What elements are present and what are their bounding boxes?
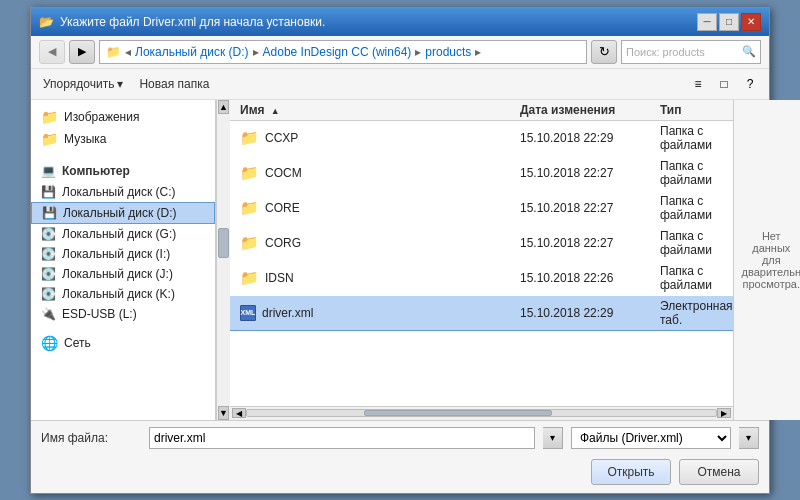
col-date-header[interactable]: Дата изменения [510, 103, 650, 117]
drive-j-icon: 💽 [41, 267, 56, 281]
drive-j-label: Локальный диск (J:) [62, 267, 173, 281]
table-row[interactable]: 📁 IDSN 15.10.2018 22:26 Папка с файлами [230, 261, 733, 296]
title-bar: 📂 Укажите файл Driver.xml для начала уст… [31, 8, 769, 36]
file-name-cocm: 📁 COCM [230, 164, 510, 182]
drive-d-icon: 💾 [42, 206, 57, 220]
drive-c-label: Локальный диск (C:) [62, 185, 176, 199]
view-list-button[interactable]: ≡ [687, 73, 709, 95]
toolbar: Упорядочить ▾ Новая папка ≡ □ ? [31, 69, 769, 100]
file-date-driver: 15.10.2018 22:29 [510, 306, 650, 320]
breadcrumb-indesign[interactable]: Adobe InDesign CC (win64) [263, 45, 412, 59]
drive-g-icon: 💽 [41, 227, 56, 241]
scroll-track[interactable] [246, 409, 717, 417]
filename-input[interactable] [149, 427, 535, 449]
file-date-ccxp: 15.10.2018 22:29 [510, 131, 650, 145]
folder-icon-ccxp: 📁 [240, 129, 259, 147]
sidebar-item-drive-g[interactable]: 💽 Локальный диск (G:) [31, 224, 215, 244]
col-type-header[interactable]: Тип [650, 103, 733, 117]
table-row[interactable]: 📁 CORG 15.10.2018 22:27 Папка с файлами [230, 226, 733, 261]
drive-c-icon: 💾 [41, 185, 56, 199]
file-name-ccxp: 📁 CCXP [230, 129, 510, 147]
sidebar-item-drive-c[interactable]: 💾 Локальный диск (C:) [31, 182, 215, 202]
table-row[interactable]: 📁 CCXP 15.10.2018 22:29 Папка с файлами [230, 121, 733, 156]
sidebar-favorites-section: 📁 Изображения 📁 Музыка [31, 106, 215, 150]
file-name-idsn: 📁 IDSN [230, 269, 510, 287]
sidebar-item-drive-d[interactable]: 💾 Локальный диск (D:) [31, 202, 215, 224]
scroll-left-button[interactable]: ◀ [232, 408, 246, 418]
sidebar-scrollbar[interactable]: ▲ ▼ [216, 100, 230, 420]
close-button[interactable]: ✕ [741, 13, 761, 31]
title-bar-controls: ─ □ ✕ [697, 13, 761, 31]
preview-panel: Нет данных для дварительн просмотра. [733, 100, 800, 420]
folder-name-cocm: COCM [265, 166, 302, 180]
drive-k-label: Локальный диск (K:) [62, 287, 175, 301]
col-name-header[interactable]: Имя ▲ [230, 103, 510, 117]
main-content: 📁 Изображения 📁 Музыка 💻 Компьютер 💾 Лок… [31, 100, 769, 420]
file-name-core: 📁 CORE [230, 199, 510, 217]
filetype-dropdown-button[interactable]: ▾ [739, 427, 759, 449]
col-type-label: Тип [660, 103, 682, 117]
sidebar-item-images[interactable]: 📁 Изображения [31, 106, 215, 128]
sidebar-music-label: Музыка [64, 132, 106, 146]
computer-label: Компьютер [62, 164, 130, 178]
filetype-select[interactable]: Файлы (Driver.xml) [571, 427, 731, 449]
view-grid-button[interactable]: □ [713, 73, 735, 95]
breadcrumb-sep4: ▸ [475, 45, 481, 59]
sidebar-item-music[interactable]: 📁 Музыка [31, 128, 215, 150]
images-icon: 📁 [41, 109, 58, 125]
buttons-row: Открыть Отмена [31, 455, 769, 493]
sidebar-scroll-thumb[interactable] [218, 228, 229, 258]
file-name-corg: 📁 CORG [230, 234, 510, 252]
breadcrumb-bar: 📁 ◂ Локальный диск (D:) ▸ Adobe InDesign… [99, 40, 587, 64]
xml-file-icon: XML [240, 305, 256, 321]
organize-button[interactable]: Упорядочить ▾ [39, 75, 127, 93]
back-button[interactable]: ◀ [39, 40, 65, 64]
cancel-button[interactable]: Отмена [679, 459, 759, 485]
sidebar-images-label: Изображения [64, 110, 139, 124]
minimize-button[interactable]: ─ [697, 13, 717, 31]
file-type-core: Папка с файлами [650, 194, 733, 222]
view-controls: ≡ □ ? [687, 73, 761, 95]
breadcrumb-products[interactable]: products [425, 45, 471, 59]
new-folder-button[interactable]: Новая папка [135, 75, 213, 93]
network-icon: 🌐 [41, 335, 58, 351]
filename-row: Имя файла: ▾ Файлы (Driver.xml) ▾ [31, 421, 769, 455]
breadcrumb-disk[interactable]: Локальный диск (D:) [135, 45, 249, 59]
breadcrumb-sep3: ▸ [415, 45, 421, 59]
table-row[interactable]: 📁 COCM 15.10.2018 22:27 Папка с файлами [230, 156, 733, 191]
new-folder-label: Новая папка [139, 77, 209, 91]
computer-icon: 💻 [41, 164, 56, 178]
file-list: 📁 CCXP 15.10.2018 22:29 Папка с файлами … [230, 121, 733, 406]
filename-dropdown-button[interactable]: ▾ [543, 427, 563, 449]
search-bar[interactable]: Поиск: products 🔍 [621, 40, 761, 64]
file-name-driver: driver.xml [262, 306, 313, 320]
scroll-thumb[interactable] [364, 410, 551, 416]
drive-i-icon: 💽 [41, 247, 56, 261]
sidebar-item-drive-j[interactable]: 💽 Локальный диск (J:) [31, 264, 215, 284]
music-icon: 📁 [41, 131, 58, 147]
drive-g-label: Локальный диск (G:) [62, 227, 176, 241]
filename-label: Имя файла: [41, 431, 141, 445]
file-type-ccxp: Папка с файлами [650, 124, 733, 152]
scroll-right-button[interactable]: ▶ [717, 408, 731, 418]
table-row[interactable]: 📁 CORE 15.10.2018 22:27 Папка с файлами [230, 191, 733, 226]
drive-k-icon: 💽 [41, 287, 56, 301]
drive-l-label: ESD-USB (L:) [62, 307, 137, 321]
navigation-bar: ◀ ▶ 📁 ◂ Локальный диск (D:) ▸ Adobe InDe… [31, 36, 769, 69]
file-list-area: Имя ▲ Дата изменения Тип 📁 CCXP [230, 100, 733, 420]
forward-button[interactable]: ▶ [69, 40, 95, 64]
table-row[interactable]: XML driver.xml 15.10.2018 22:29 Электрон… [230, 296, 733, 331]
sidebar-item-network[interactable]: 🌐 Сеть [31, 332, 215, 354]
folder-icon-core: 📁 [240, 199, 259, 217]
refresh-button[interactable]: ↻ [591, 40, 617, 64]
open-button[interactable]: Открыть [591, 459, 671, 485]
horizontal-scrollbar[interactable]: ◀ ▶ [230, 406, 733, 420]
bottom-bar: Имя файла: ▾ Файлы (Driver.xml) ▾ Открыт… [31, 420, 769, 493]
sidebar-item-drive-i[interactable]: 💽 Локальный диск (I:) [31, 244, 215, 264]
file-type-corg: Папка с файлами [650, 229, 733, 257]
help-button[interactable]: ? [739, 73, 761, 95]
sidebar-item-drive-l[interactable]: 🔌 ESD-USB (L:) [31, 304, 215, 324]
folder-name-ccxp: CCXP [265, 131, 298, 145]
sidebar-item-drive-k[interactable]: 💽 Локальный диск (K:) [31, 284, 215, 304]
maximize-button[interactable]: □ [719, 13, 739, 31]
